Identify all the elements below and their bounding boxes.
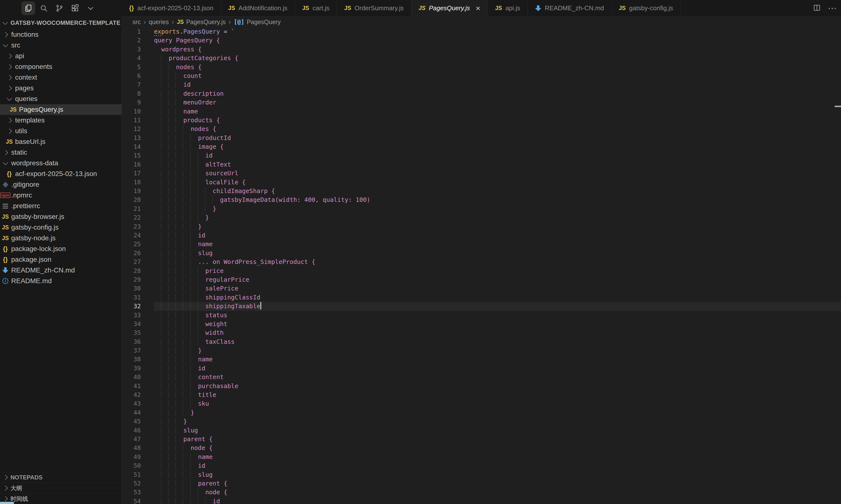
- code-line-23[interactable]: 23 }: [122, 222, 841, 231]
- tree-folder-wordpress-data[interactable]: wordpress-data: [0, 158, 122, 168]
- code-line-40[interactable]: 40 content: [122, 373, 841, 381]
- tree-file-.gitignore[interactable]: .gitignore: [0, 179, 122, 190]
- source-control-icon[interactable]: [53, 1, 66, 15]
- code-line-34[interactable]: 34 weight: [122, 320, 841, 328]
- code-line-49[interactable]: 49 name: [122, 453, 841, 462]
- code-line-5[interactable]: 5 nodes {: [122, 63, 841, 72]
- breadcrumb-item-PagesQuery.js[interactable]: JSPagesQuery.js: [177, 18, 226, 25]
- code-line-3[interactable]: 3 wordpress {: [122, 45, 841, 54]
- tree-folder-utils[interactable]: utils: [0, 126, 122, 136]
- code-line-22[interactable]: 22 }: [122, 213, 841, 222]
- code-line-53[interactable]: 53 node {: [122, 488, 841, 497]
- code-line-10[interactable]: 10 name: [122, 107, 841, 116]
- explorer-root-header[interactable]: GATSBY-WOOCOMMERCE-TEMPLATE: [0, 17, 122, 29]
- tree-file-acf-export-2025-02-13.json[interactable]: {}acf-export-2025-02-13.json: [0, 168, 122, 179]
- chevron-down-icon[interactable]: [84, 1, 98, 15]
- tab-acf-export-2025-02-13.json[interactable]: {}acf-export-2025-02-13.json: [122, 0, 221, 17]
- sidebar-section-时间线[interactable]: 时间线: [0, 493, 122, 504]
- code-line-9[interactable]: 9 menuOrder: [122, 98, 841, 107]
- breadcrumb-item-PagesQuery[interactable]: [@]PagesQuery: [234, 18, 281, 25]
- tree-folder-functions[interactable]: functions: [0, 29, 122, 40]
- tab-PagesQuery.js[interactable]: JSPagesQuery.js×: [411, 0, 488, 17]
- code-line-48[interactable]: 48 node {: [122, 444, 841, 452]
- breadcrumb-item-queries[interactable]: queries: [149, 18, 169, 25]
- tab-api.js[interactable]: JSapi.js: [488, 0, 528, 17]
- code-line-8[interactable]: 8 description: [122, 89, 841, 98]
- code-line-47[interactable]: 47 parent {: [122, 435, 841, 444]
- code-line-50[interactable]: 50 id: [122, 462, 841, 470]
- code-line-30[interactable]: 30 salePrice: [122, 284, 841, 293]
- tree-folder-static[interactable]: static: [0, 147, 122, 158]
- code-line-6[interactable]: 6 count: [122, 72, 841, 80]
- code-line-41[interactable]: 41 purchasable: [122, 382, 841, 391]
- tree-file-README_zh-CN.md[interactable]: README_zh-CN.md: [0, 265, 122, 276]
- code-line-29[interactable]: 29 regularPrice: [122, 275, 841, 284]
- search-icon[interactable]: [37, 1, 51, 15]
- tab-AddNotification.js[interactable]: JSAddNotification.js: [221, 0, 295, 17]
- code-line-14[interactable]: 14 image {: [122, 142, 841, 151]
- tree-folder-src[interactable]: src: [0, 40, 122, 51]
- code-line-7[interactable]: 7 id: [122, 80, 841, 89]
- code-line-31[interactable]: 31 shippingClassId: [122, 293, 841, 302]
- code-line-20[interactable]: 20 gatsbyImageData(width: 400, quality: …: [122, 196, 841, 204]
- tab-cart.js[interactable]: JScart.js: [295, 0, 337, 17]
- code-line-25[interactable]: 25 name: [122, 240, 841, 249]
- code-line-36[interactable]: 36 taxClass: [122, 338, 841, 346]
- code-line-35[interactable]: 35 width: [122, 328, 841, 337]
- breadcrumb-item-src[interactable]: src: [133, 18, 141, 25]
- tree-file-.prettierrc[interactable]: .prettierrc: [0, 201, 122, 211]
- tree-folder-pages[interactable]: pages: [0, 83, 122, 93]
- tree-file-package-lock.json[interactable]: {}package-lock.json: [0, 244, 122, 254]
- split-editor-icon[interactable]: [813, 4, 821, 13]
- tree-file-gatsby-browser.js[interactable]: JSgatsby-browser.js: [0, 211, 122, 222]
- tab-gatsby-config.js[interactable]: JSgatsby-config.js: [612, 0, 681, 17]
- tree-folder-queries[interactable]: queries: [0, 93, 122, 104]
- tab-README_zh-CN.md[interactable]: README_zh-CN.md: [528, 0, 612, 17]
- tree-file-.npmrc[interactable]: npm.npmrc: [0, 190, 122, 201]
- tree-file-README.md[interactable]: README.md: [0, 276, 122, 286]
- tree-file-baseUrl.js[interactable]: JSbaseUrl.js: [0, 136, 122, 147]
- code-line-38[interactable]: 38 name: [122, 355, 841, 364]
- code-line-12[interactable]: 12 nodes {: [122, 125, 841, 133]
- tree-folder-context[interactable]: context: [0, 72, 122, 83]
- tree-folder-api[interactable]: api: [0, 51, 122, 61]
- code-line-1[interactable]: 1exports.PagesQuery = `: [122, 27, 841, 36]
- tree-folder-components[interactable]: components: [0, 61, 122, 72]
- code-line-54[interactable]: 54 id: [122, 497, 841, 504]
- code-line-46[interactable]: 46 slug: [122, 426, 841, 435]
- code-line-17[interactable]: 17 sourceUrl: [122, 169, 841, 178]
- code-line-13[interactable]: 13 productId: [122, 134, 841, 142]
- code-line-44[interactable]: 44 }: [122, 408, 841, 417]
- code-line-24[interactable]: 24 id: [122, 231, 841, 240]
- code-line-39[interactable]: 39 id: [122, 364, 841, 373]
- extensions-icon[interactable]: [68, 1, 82, 15]
- code-line-18[interactable]: 18 localFile {: [122, 178, 841, 187]
- code-line-45[interactable]: 45 }: [122, 417, 841, 426]
- code-line-51[interactable]: 51 slug: [122, 470, 841, 479]
- tree-file-PagesQuery.js[interactable]: JSPagesQuery.js: [0, 104, 122, 115]
- code-line-27[interactable]: 27 ... on WordPress_SimpleProduct {: [122, 257, 841, 266]
- code-line-4[interactable]: 4 productCategories {: [122, 54, 841, 62]
- code-editor[interactable]: 1exports.PagesQuery = `2query PagesQuery…: [122, 27, 841, 504]
- code-line-16[interactable]: 16 altText: [122, 160, 841, 169]
- code-line-52[interactable]: 52 parent {: [122, 479, 841, 488]
- code-line-11[interactable]: 11 products {: [122, 116, 841, 125]
- tree-folder-templates[interactable]: templates: [0, 115, 122, 126]
- code-line-21[interactable]: 21 }: [122, 204, 841, 213]
- code-line-26[interactable]: 26 slug: [122, 249, 841, 257]
- code-line-33[interactable]: 33 status: [122, 311, 841, 320]
- code-line-32[interactable]: 32 shippingTaxable: [122, 302, 841, 311]
- code-line-37[interactable]: 37 }: [122, 346, 841, 355]
- tree-file-gatsby-node.js[interactable]: JSgatsby-node.js: [0, 233, 122, 244]
- sidebar-section-NOTEPADS[interactable]: NOTEPADS: [0, 472, 122, 483]
- code-line-28[interactable]: 28 price: [122, 267, 841, 275]
- code-line-42[interactable]: 42 title: [122, 391, 841, 399]
- close-icon[interactable]: ×: [476, 4, 480, 12]
- tab-OrderSummary.js[interactable]: JSOrderSummary.js: [337, 0, 411, 17]
- files-icon[interactable]: [21, 1, 35, 15]
- code-line-43[interactable]: 43 sku: [122, 399, 841, 408]
- tree-file-package.json[interactable]: {}package.json: [0, 254, 122, 265]
- code-line-2[interactable]: 2query PagesQuery {: [122, 36, 841, 45]
- tree-file-gatsby-config.js[interactable]: JSgatsby-config.js: [0, 222, 122, 233]
- code-line-19[interactable]: 19 childImageSharp {: [122, 187, 841, 196]
